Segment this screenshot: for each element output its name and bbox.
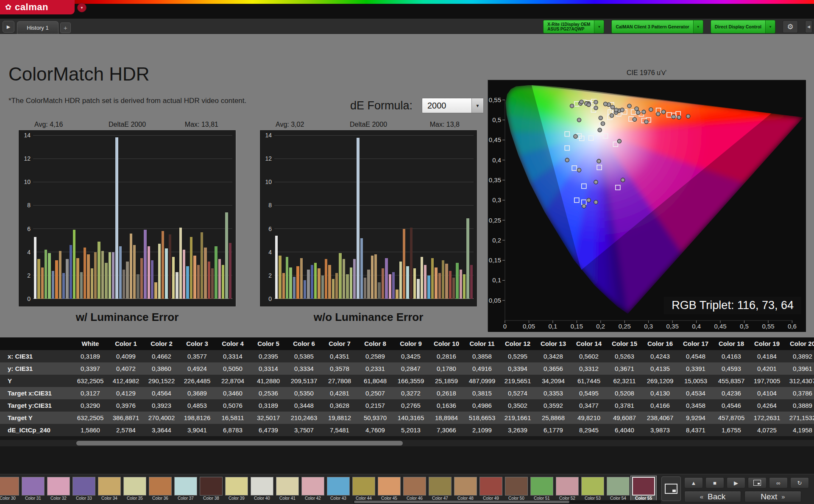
patch-swatch-color-51[interactable]: Color 51 — [529, 476, 555, 502]
de-bar — [201, 232, 203, 299]
patch-swatch-color-44[interactable]: Color 44 — [351, 476, 376, 502]
patch-swatch-color-35[interactable]: Color 35 — [122, 476, 148, 502]
de-bar — [346, 274, 348, 299]
tab-history-1[interactable]: History 1 — [17, 21, 59, 34]
patch-color — [454, 477, 477, 496]
de-formula-label: dE Formula: — [350, 99, 413, 112]
table-cell: 0,2395 — [251, 350, 286, 362]
patch-swatch-color-32[interactable]: Color 32 — [46, 476, 71, 502]
calman-logo[interactable]: ✿ calman — [0, 0, 75, 14]
chevron-down-icon[interactable]: ▼ — [693, 20, 703, 33]
collapse-panel-button[interactable]: ◀ — [805, 20, 812, 33]
display-control-button[interactable]: Direct Display Control ▼ — [711, 20, 775, 33]
patch-swatch-color-47[interactable]: Color 47 — [427, 476, 453, 502]
table-horizontal-scrollbar[interactable] — [0, 440, 814, 446]
loop-button[interactable]: ↻ — [790, 477, 809, 488]
settings-button[interactable]: ⚙ — [783, 20, 798, 33]
de-bar — [275, 236, 278, 299]
patch-swatch-color-39[interactable]: Color 39 — [224, 476, 249, 502]
de-bar — [399, 262, 402, 299]
de-bar — [318, 268, 320, 299]
up-icon: ▲ — [691, 480, 697, 486]
logo-menu-button[interactable]: ▼ — [77, 3, 86, 12]
pattern-window-button[interactable] — [661, 476, 681, 501]
de-formula-dropdown[interactable]: 2000 ▼ — [422, 98, 484, 113]
table-cell: 271,1532 — [785, 412, 814, 424]
continuous-measure-button[interactable]: ∞ — [769, 477, 788, 488]
scroll-up-button[interactable]: ▲ — [684, 477, 703, 488]
table-cell: 61,7445 — [571, 375, 607, 387]
pattern-generator-button[interactable]: CalMAN Client 3 Pattern Generator ▼ — [611, 20, 703, 33]
patch-swatch-color-43[interactable]: Color 43 — [326, 476, 351, 502]
de-bar — [70, 245, 72, 299]
patch-swatch-color-31[interactable]: Color 31 — [20, 476, 46, 502]
play-button[interactable]: ▶ — [727, 477, 745, 488]
patch-swatch-color-37[interactable]: Color 37 — [173, 476, 198, 502]
de-bar — [126, 262, 128, 299]
de-bar — [427, 276, 430, 299]
table-cell: 0,4236 — [714, 387, 749, 399]
chevron-down-icon[interactable]: ▼ — [594, 20, 604, 33]
chevron-down-icon[interactable]: ▼ — [765, 20, 775, 33]
de-bar — [91, 268, 93, 299]
de-bar — [325, 259, 327, 299]
table-cell: 0,4662 — [144, 350, 179, 362]
scrollbar-handle[interactable] — [354, 501, 569, 503]
table-cell: 0,1636 — [429, 399, 464, 412]
de-bar — [452, 278, 455, 299]
patch-swatch-color-53[interactable]: Color 53 — [580, 476, 605, 502]
patch-swatch-color-38[interactable]: Color 38 — [198, 476, 224, 502]
table-cell: 0,3961 — [785, 362, 814, 375]
table-cell: 0,4986 — [464, 399, 500, 412]
table-cell: 0,3448 — [286, 399, 322, 412]
patch-swatch-color-46[interactable]: Color 46 — [402, 476, 427, 502]
add-tab-button[interactable]: + — [60, 22, 71, 33]
y-tick-label: 6 — [27, 226, 31, 232]
scrollbar-handle[interactable] — [76, 441, 403, 446]
patch-swatch-color-49[interactable]: Color 49 — [478, 476, 504, 502]
table-cell: 0,4129 — [108, 387, 144, 399]
patch-swatch-color-48[interactable]: Color 48 — [453, 476, 478, 502]
de-bar — [186, 266, 189, 299]
table-cell: 0,3394 — [500, 362, 535, 375]
patch-swatch-color-45[interactable]: Color 45 — [376, 476, 402, 502]
patch-swatch-color-33[interactable]: Color 33 — [71, 476, 97, 502]
patch-swatch-color-55[interactable]: Color 55 — [631, 476, 656, 502]
table-cell: 2,5784 — [108, 424, 144, 436]
y-tick-label: 0 — [27, 295, 31, 302]
patch-swatch-color-40[interactable]: Color 40 — [249, 476, 275, 502]
patch-swatch-color-34[interactable]: Color 34 — [97, 476, 122, 502]
patch-list-scrollbar[interactable] — [353, 500, 661, 504]
table-cell: 198,8126 — [179, 412, 215, 424]
table-cell: 0,3391 — [678, 362, 714, 375]
pattern-toggle-button[interactable] — [748, 477, 767, 488]
svg-text:0,2: 0,2 — [596, 323, 605, 330]
patch-swatch-color-50[interactable]: Color 50 — [504, 476, 529, 502]
tab-nav-button[interactable]: ▶ — [3, 21, 14, 33]
patch-swatch-color-30[interactable]: Color 30 — [0, 476, 20, 502]
patch-swatch-color-41[interactable]: Color 41 — [275, 476, 300, 502]
table-cell: 210,2463 — [286, 412, 322, 424]
patch-swatch-color-52[interactable]: Color 52 — [555, 476, 580, 502]
next-button[interactable]: Next » — [744, 491, 801, 502]
de-bar — [328, 265, 331, 299]
table-cell: 50,9370 — [357, 412, 393, 424]
table-cell: 0,3477 — [571, 399, 607, 412]
svg-text:0,35: 0,35 — [666, 323, 679, 330]
patch-swatch-color-36[interactable]: Color 36 — [148, 476, 173, 502]
svg-text:0,25: 0,25 — [489, 217, 501, 224]
table-cell: 269,1209 — [642, 375, 678, 387]
patch-label: Color 37 — [174, 496, 197, 501]
stop-button[interactable]: ■ — [705, 477, 724, 488]
meter-device-button[interactable]: X-Rite i1Display OEM ASUS PG27AQWP ▼ — [543, 20, 604, 33]
table-cell: 0,3656 — [535, 362, 571, 375]
de-bar — [98, 242, 100, 299]
de-bar — [307, 270, 309, 299]
table-cell: 0,3314 — [215, 350, 251, 362]
infinity-icon: ∞ — [776, 480, 780, 486]
de-bar — [183, 250, 185, 299]
patch-swatch-color-54[interactable]: Color 54 — [605, 476, 631, 502]
patch-swatch-color-42[interactable]: Color 42 — [300, 476, 326, 502]
back-button[interactable]: « Back — [684, 491, 741, 502]
cie-diagram: 00,050,10,150,20,250,30,350,40,450,50,55… — [488, 80, 806, 331]
